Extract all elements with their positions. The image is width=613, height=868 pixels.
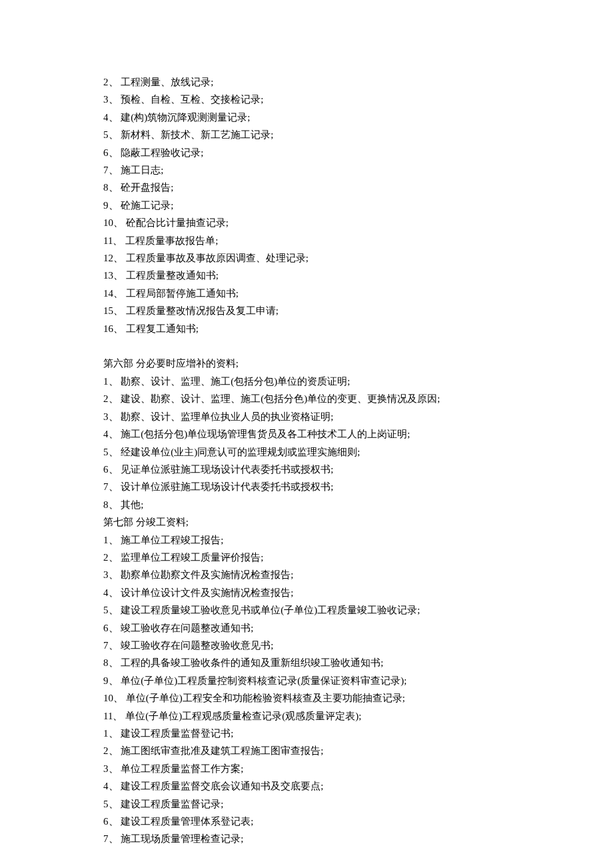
text-line: 1、 建设工程质量监督登记书; [103,725,510,742]
text-line: 2、 施工图纸审查批准及建筑工程施工图审查报告; [103,742,510,759]
text-line: 6、 竣工验收存在问题整改通知书; [103,619,510,637]
text-line: 5、 新材料、新技术、新工艺施工记录; [103,126,510,143]
text-line: 第六部 分必要时应增补的资料; [103,355,510,372]
text-line: 6、 隐蔽工程验收记录; [103,144,510,161]
text-line: 16、 工程复工通知书; [103,320,510,337]
text-line: 15、 工程质量整改情况报告及复工申请; [103,302,510,319]
text-line: 9、 单位(子单位)工程质量控制资料核查记录(质量保证资料审查记录); [103,672,510,689]
text-line: 9、 砼施工记录; [103,197,510,214]
text-line: 8、 工程的具备竣工验收条件的通知及重新组织竣工验收通知书; [103,654,510,671]
text-line: 13、 工程质量整改通知书; [103,267,510,284]
text-line: 11、 单位(子单位)工程观感质量检查记录(观感质量评定表); [103,707,510,725]
text-line: 7、 施工现场质量管理检查记录; [103,830,510,847]
text-line: 6、 建设工程质量管理体系登记表; [103,813,510,830]
text-line: 5、 建设工程质量竣工验收意见书或单位(子单位)工程质量竣工验收记录; [103,601,510,619]
text-line: 12、 工程质量事故及事故原因调查、处理记录; [103,249,510,267]
text-line: 8、 砼开盘报告; [103,179,510,196]
text-line: 3、 单位工程质量监督工作方案; [103,760,510,777]
text-line: 4、 设计单位设计文件及实施情况检查报告; [103,584,510,601]
text-line: 2、 建设、勘察、设计、监理、施工(包括分色)单位的变更、更换情况及原因; [103,390,510,407]
text-line: 7、 设计单位派驻施工现场设计代表委托书或授权书; [103,478,510,495]
text-line: 1、 施工单位工程竣工报告; [103,531,510,549]
text-line: 10、 砼配合比计量抽查记录; [103,214,510,231]
document-page: 2、 工程测量、放线记录;3、 预检、自检、互检、交接检记录;4、 建(构)筑物… [0,0,613,848]
blank-line [103,337,510,355]
text-line: 4、 建设工程质量监督交底会议通知书及交底要点; [103,777,510,795]
text-line: 3、 预检、自检、互检、交接检记录; [103,91,510,108]
text-line: 6、 见证单位派驻施工现场设计代表委托书或授权书; [103,461,510,478]
text-line: 3、 勘察单位勘察文件及实施情况检查报告; [103,566,510,583]
text-line: 第七部 分竣工资料; [103,513,510,531]
text-line: 10、 单位(子单位)工程安全和功能检验资料核查及主要功能抽查记录; [103,689,510,707]
text-line: 7、 施工日志; [103,161,510,179]
text-line: 3、 勘察、设计、监理单位执业人员的执业资格证明; [103,408,510,425]
text-line: 4、 建(构)筑物沉降观测测量记录; [103,109,510,126]
text-line: 5、 建设工程质量监督记录; [103,795,510,813]
text-line: 7、 竣工验收存在问题整改验收意见书; [103,637,510,654]
text-line: 2、 监理单位工程竣工质量评价报告; [103,549,510,566]
text-line: 4、 施工(包括分包)单位现场管理售货员及各工种技术工人的上岗证明; [103,425,510,443]
text-line: 14、 工程局部暂停施工通知书; [103,285,510,302]
text-line: 11、 工程质量事故报告单; [103,232,510,249]
text-line: 1、 勘察、设计、监理、施工(包括分包)单位的资质证明; [103,373,510,390]
text-line: 2、 工程测量、放线记录; [103,73,510,91]
text-line: 8、 其他; [103,496,510,513]
text-line: 5、 经建设单位(业主)同意认可的监理规划或监理实施细则; [103,443,510,461]
